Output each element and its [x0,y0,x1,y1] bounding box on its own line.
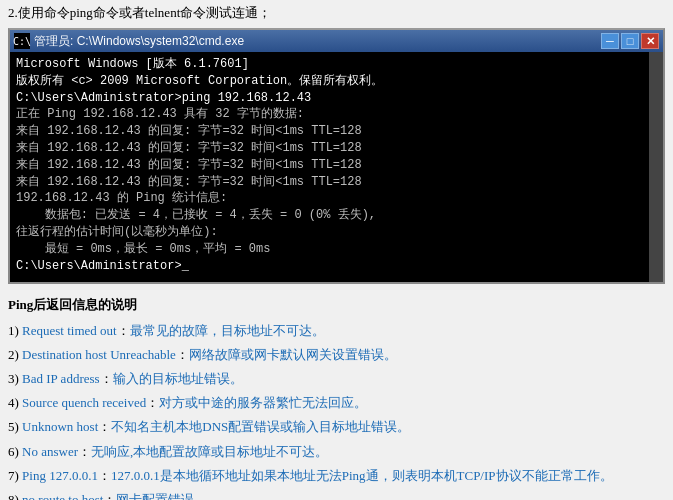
ping-item-num: 6) [8,444,22,459]
cmd-line: 往返行程的估计时间(以毫秒为单位): [16,224,643,241]
ping-item-label: Source quench received [22,395,146,410]
ping-item-text: 不知名主机本地DNS配置错误或输入目标地址错误。 [111,419,410,434]
cmd-title: 管理员: C:\Windows\system32\cmd.exe [34,33,601,50]
ping-item-num: 3) [8,371,22,386]
cmd-line: 正在 Ping 192.168.12.43 具有 32 字节的数据: [16,106,643,123]
ping-item-colon: ： [103,492,116,500]
cmd-line: Microsoft Windows [版本 6.1.7601] [16,56,643,73]
ping-item-text: 输入的目标地址错误。 [113,371,243,386]
ping-item-label: Request timed out [22,323,117,338]
ping-item-6: 6) No answer：无响应,本地配置故障或目标地址不可达。 [8,441,665,463]
cmd-line: 来自 192.168.12.43 的回复: 字节=32 时间<1ms TTL=1… [16,157,643,174]
ping-item-4: 4) Source quench received：对方或中途的服务器繁忙无法回… [8,392,665,414]
cmd-scrollbar-area: Microsoft Windows [版本 6.1.7601]版权所有 <c> … [10,52,663,282]
ping-item-label: Destination host Unreachable [22,347,176,362]
ping-item-num: 8) [8,492,22,500]
close-button[interactable]: ✕ [641,33,659,49]
ping-item-3: 3) Bad IP address：输入的目标地址错误。 [8,368,665,390]
ping-item-num: 7) [8,468,22,483]
ping-item-text: 网络故障或网卡默认网关设置错误。 [189,347,397,362]
cmd-window: C:\ 管理员: C:\Windows\system32\cmd.exe ─ □… [8,28,665,284]
ping-item-colon: ： [176,347,189,362]
ping-item-num: 4) [8,395,22,410]
cmd-body: Microsoft Windows [版本 6.1.7601]版权所有 <c> … [10,52,649,282]
ping-item-2: 2) Destination host Unreachable：网络故障或网卡默… [8,344,665,366]
ping-item-label: Ping 127.0.0.1 [22,468,98,483]
ping-item-colon: ： [100,371,113,386]
ping-title: Ping后返回信息的说明 [8,294,665,316]
ping-item-text: 无响应,本地配置故障或目标地址不可达。 [91,444,328,459]
cmd-icon: C:\ [14,33,30,49]
ping-item-8: 8) no route to host：网卡配置错误。 [8,489,665,500]
ping-item-colon: ： [98,468,111,483]
ping-item-colon: ： [146,395,159,410]
ping-item-label: Bad IP address [22,371,100,386]
cmd-line: C:\Users\Administrator>ping 192.168.12.4… [16,90,643,107]
cmd-line: 192.168.12.43 的 Ping 统计信息: [16,190,643,207]
ping-item-7: 7) Ping 127.0.0.1：127.0.0.1是本地循环地址如果本地址无… [8,465,665,487]
ping-item-num: 2) [8,347,22,362]
ping-item-label: No answer [22,444,78,459]
cmd-line: C:\Users\Administrator>_ [16,258,643,275]
window-controls: ─ □ ✕ [601,33,659,49]
top-instruction: 2.使用命令ping命令或者telnent命令测试连通； [0,0,673,24]
ping-item-num: 5) [8,419,22,434]
ping-item-text: 对方或中途的服务器繁忙无法回应。 [159,395,367,410]
cmd-line: 来自 192.168.12.43 的回复: 字节=32 时间<1ms TTL=1… [16,140,643,157]
ping-item-1: 1) Request timed out：最常见的故障，目标地址不可达。 [8,320,665,342]
ping-item-text: 127.0.0.1是本地循环地址如果本地址无法Ping通，则表明本机TCP/IP… [111,468,613,483]
cmd-line: 数据包: 已发送 = 4，已接收 = 4，丢失 = 0 (0% 丢失), [16,207,643,224]
ping-item-5: 5) Unknown host：不知名主机本地DNS配置错误或输入目标地址错误。 [8,416,665,438]
ping-item-num: 1) [8,323,22,338]
cmd-line: 来自 192.168.12.43 的回复: 字节=32 时间<1ms TTL=1… [16,123,643,140]
ping-item-colon: ： [117,323,130,338]
maximize-button[interactable]: □ [621,33,639,49]
ping-item-colon: ： [98,419,111,434]
cmd-titlebar: C:\ 管理员: C:\Windows\system32\cmd.exe ─ □… [10,30,663,52]
cmd-scrollbar[interactable] [649,52,663,282]
cmd-line: 来自 192.168.12.43 的回复: 字节=32 时间<1ms TTL=1… [16,174,643,191]
ping-item-label: Unknown host [22,419,98,434]
ping-item-text: 网卡配置错误。 [116,492,207,500]
ping-explanation: Ping后返回信息的说明 1) Request timed out：最常见的故障… [0,288,673,500]
minimize-button[interactable]: ─ [601,33,619,49]
cmd-line: 版权所有 <c> 2009 Microsoft Corporation。保留所有… [16,73,643,90]
cmd-line: 最短 = 0ms，最长 = 0ms，平均 = 0ms [16,241,643,258]
ping-item-colon: ： [78,444,91,459]
ping-item-label: no route to host [22,492,103,500]
ping-item-text: 最常见的故障，目标地址不可达。 [130,323,325,338]
